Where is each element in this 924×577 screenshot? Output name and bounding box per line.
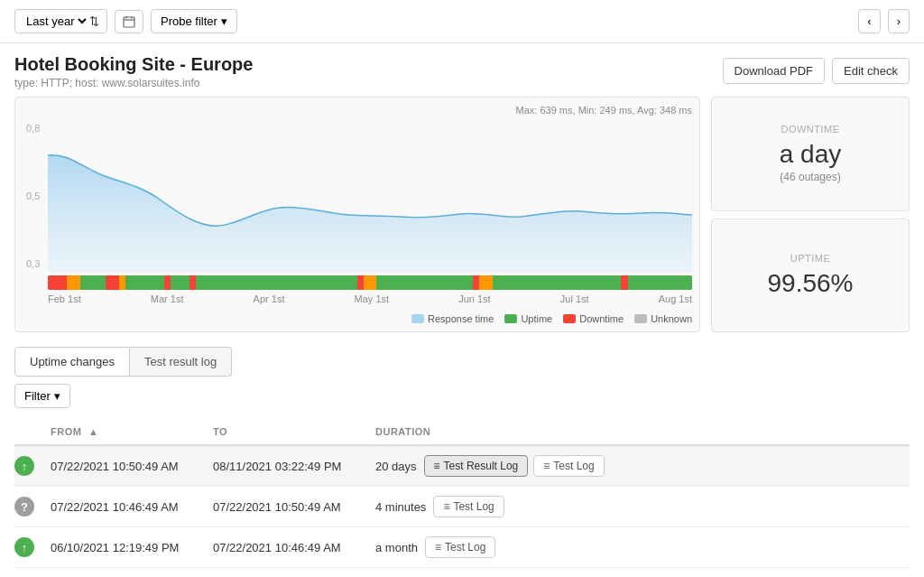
unknown-swatch xyxy=(634,314,647,323)
edit-check-button[interactable]: Edit check xyxy=(832,58,910,84)
legend-unknown-label: Unknown xyxy=(651,313,692,324)
page-title: Hotel Booking Site - Europe type: HTTP; … xyxy=(14,54,253,89)
downtime-sub: (46 outages) xyxy=(780,171,840,183)
test-result-label: Test Result Log xyxy=(444,460,519,472)
status-cell: ↑ xyxy=(14,537,51,557)
chart-x-labels: Feb 1st Mar 1st Apr 1st May 1st Jun 1st … xyxy=(48,290,692,308)
legend-response-time: Response time xyxy=(411,313,494,324)
sort-from-icon: ▲ xyxy=(88,426,98,437)
from-cell: 06/10/2021 12:19:49 PM xyxy=(51,541,213,554)
probe-filter-button[interactable]: Probe filter ▾ xyxy=(151,9,237,33)
x-label-6: Aug 1st xyxy=(659,293,692,304)
response-time-swatch xyxy=(411,314,424,323)
legend-unknown: Unknown xyxy=(634,313,692,324)
test-log-icon-3: ≡ xyxy=(435,541,441,554)
check-title: Hotel Booking Site - Europe xyxy=(14,54,253,75)
table-row: ↑ 07/22/2021 10:50:49 AM 08/11/2021 03:2… xyxy=(14,446,910,487)
to-cell: 08/11/2021 03:22:49 PM xyxy=(213,460,375,473)
chart-section: Max: 639 ms, Min: 249 ms, Avg: 348 ms 0,… xyxy=(14,97,700,332)
tab-uptime-changes[interactable]: Uptime changes xyxy=(14,347,130,377)
probe-filter-label: Probe filter xyxy=(161,14,217,28)
status-up-icon: ↑ xyxy=(14,456,34,476)
uptime-swatch xyxy=(504,314,517,323)
test-log-label-1: Test Log xyxy=(553,460,594,472)
chart-container: Max: 639 ms, Min: 249 ms, Avg: 348 ms 0,… xyxy=(14,97,700,332)
test-log-button-2[interactable]: ≡ Test Log xyxy=(433,496,504,517)
prev-icon: ‹ xyxy=(867,14,871,28)
filter-row: Filter ▾ xyxy=(0,377,924,415)
tab-test-result-log[interactable]: Test result log xyxy=(130,347,232,377)
uptime-value: 99.56% xyxy=(768,269,854,298)
y-label-top: 0,8 xyxy=(26,123,44,134)
from-cell: 07/22/2021 10:50:49 AM xyxy=(51,460,213,473)
tab-uptime-changes-label: Uptime changes xyxy=(30,355,115,368)
legend-response-time-label: Response time xyxy=(428,313,494,324)
duration-value: a month xyxy=(375,541,418,554)
y-label-bot: 0,3 xyxy=(26,258,44,269)
duration-value: 20 days xyxy=(375,460,417,473)
uptime-label: UPTIME xyxy=(790,253,831,264)
duration-cell: 4 minutes ≡ Test Log xyxy=(375,496,910,517)
uptime-bar xyxy=(48,275,692,290)
table-row: ↓ 06/10/2021 12:18:49 PM 06/10/2021 12:1… xyxy=(14,568,910,577)
x-label-2: Apr 1st xyxy=(254,293,285,304)
svg-rect-0 xyxy=(124,17,134,27)
chart-stats: Max: 639 ms, Min: 249 ms, Avg: 348 ms xyxy=(23,105,692,116)
status-up-icon-2: ↑ xyxy=(14,537,34,557)
legend-uptime: Uptime xyxy=(504,313,552,324)
top-bar-left: Last year ⇅ Probe filter ▾ xyxy=(14,9,237,33)
test-log-label-2: Test Log xyxy=(453,500,494,513)
downtime-value: a day xyxy=(780,140,842,169)
header-actions: Download PDF Edit check xyxy=(723,58,910,84)
chart-area xyxy=(48,119,692,275)
stats-section: DOWNTIME a day (46 outages) UPTIME 99.56… xyxy=(711,97,910,332)
legend-downtime-label: Downtime xyxy=(579,313,624,324)
downtime-box: DOWNTIME a day (46 outages) xyxy=(711,97,910,211)
legend-downtime: Downtime xyxy=(563,313,624,324)
prev-button[interactable]: ‹ xyxy=(858,9,880,33)
test-result-log-button[interactable]: ≡ Test Result Log xyxy=(424,455,529,477)
next-button[interactable]: › xyxy=(888,9,910,33)
calendar-icon xyxy=(123,15,135,28)
page-header: Hotel Booking Site - Europe type: HTTP; … xyxy=(0,43,924,97)
x-label-0: Feb 1st xyxy=(48,293,81,304)
uptime-bar-container xyxy=(48,275,692,290)
legend-uptime-label: Uptime xyxy=(521,313,552,324)
status-cell: ? xyxy=(14,497,51,517)
tabs-section: Uptime changes Test result log xyxy=(0,332,924,377)
x-label-4: Jun 1st xyxy=(458,293,490,304)
col-duration: DURATION xyxy=(375,426,910,437)
table-section: FROM ▲ TO DURATION ↑ 07/22/2021 10:50:49… xyxy=(0,419,924,577)
duration-value: 4 minutes xyxy=(375,500,426,514)
duration-cell: 20 days ≡ Test Result Log ≡ Test Log xyxy=(375,455,910,477)
duration-cell: a month ≡ Test Log xyxy=(375,536,910,558)
next-icon: › xyxy=(897,14,901,28)
filter-caret-icon: ▾ xyxy=(54,389,60,403)
filter-button[interactable]: Filter ▾ xyxy=(14,384,70,408)
tab-test-result-log-label: Test result log xyxy=(144,355,217,368)
calendar-button[interactable] xyxy=(115,10,143,33)
table-header: FROM ▲ TO DURATION xyxy=(14,419,910,446)
row-actions: ≡ Test Log xyxy=(425,536,495,558)
col-from[interactable]: FROM ▲ xyxy=(51,426,213,437)
download-pdf-button[interactable]: Download PDF xyxy=(723,58,825,84)
probe-filter-caret-icon: ▾ xyxy=(221,14,227,28)
tabs: Uptime changes Test result log xyxy=(14,347,910,377)
period-selector[interactable]: Last year ⇅ xyxy=(14,9,107,33)
chart-legend: Response time Uptime Downtime Unknown xyxy=(48,308,692,331)
x-label-5: Jul 1st xyxy=(560,293,589,304)
test-log-button-3[interactable]: ≡ Test Log xyxy=(425,536,495,558)
test-log-icon-2: ≡ xyxy=(443,500,449,513)
x-label-1: Mar 1st xyxy=(151,293,184,304)
table-row: ↑ 06/10/2021 12:19:49 PM 07/22/2021 10:4… xyxy=(14,527,910,568)
to-cell: 07/22/2021 10:46:49 AM xyxy=(213,541,375,554)
test-log-icon-1: ≡ xyxy=(543,460,550,472)
test-log-button-1[interactable]: ≡ Test Log xyxy=(533,455,604,477)
top-bar-right: ‹ › xyxy=(858,9,910,33)
from-cell: 07/22/2021 10:46:49 AM xyxy=(51,500,213,514)
period-select[interactable]: Last year xyxy=(23,14,89,29)
check-subtitle: type: HTTP; host: www.solarsuites.info xyxy=(14,77,253,89)
uptime-box: UPTIME 99.56% xyxy=(711,219,910,333)
top-bar: Last year ⇅ Probe filter ▾ ‹ › xyxy=(0,0,924,43)
test-result-icon: ≡ xyxy=(434,460,440,472)
